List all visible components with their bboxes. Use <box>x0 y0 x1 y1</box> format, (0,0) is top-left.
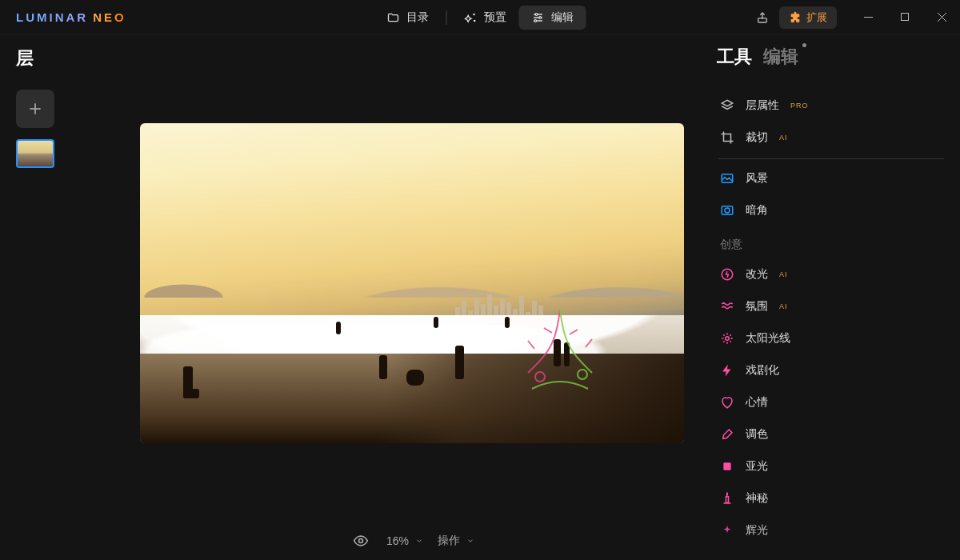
tab-tools[interactable]: 工具 <box>717 45 752 69</box>
nav-presets[interactable]: 预置 <box>452 6 519 30</box>
zoom-dropdown[interactable]: 16% <box>386 534 423 547</box>
folder-icon <box>387 11 400 24</box>
pro-badge: PRO <box>790 102 809 110</box>
ai-badge: AI <box>779 302 788 310</box>
tool-matte[interactable]: 亚光 <box>717 450 946 482</box>
tool-label: 亚光 <box>746 459 768 474</box>
tool-label: 暗角 <box>746 203 768 218</box>
toggle-preview-button[interactable] <box>350 530 372 552</box>
tool-mystical[interactable]: 神秘 <box>717 482 946 514</box>
svg-point-1 <box>474 20 475 21</box>
svg-point-7 <box>534 19 537 22</box>
image-icon <box>720 171 734 186</box>
flash-icon <box>720 267 734 282</box>
add-layer-button[interactable] <box>16 90 54 128</box>
svg-rect-23 <box>723 462 730 470</box>
tool-atmosphere[interactable]: 氛围 AI <box>717 290 946 322</box>
close-button[interactable] <box>923 4 960 31</box>
chevron-down-icon <box>466 537 474 545</box>
tool-dramatic[interactable]: 戏剧化 <box>717 354 946 386</box>
minimize-button[interactable] <box>850 4 886 31</box>
right-panel: 工具 编辑 层属性 PRO 裁切 AI 风景 暗角 <box>704 35 960 560</box>
close-icon <box>938 13 946 22</box>
tool-label: 风景 <box>746 171 768 186</box>
layers-title: 层 <box>16 46 120 70</box>
main-area: 层 <box>0 35 960 560</box>
svg-rect-10 <box>901 14 908 21</box>
tool-label: 戏剧化 <box>746 363 779 378</box>
title-bar: LUMINAR NEO 目录 预置 编辑 扩展 <box>0 0 960 35</box>
extensions-label: 扩展 <box>806 10 827 25</box>
tool-label: 心情 <box>746 395 768 410</box>
ai-badge: AI <box>779 134 788 142</box>
layers-panel: 层 <box>0 35 120 560</box>
extensions-button[interactable]: 扩展 <box>779 6 837 29</box>
tab-edits-label: 编辑 <box>763 46 798 66</box>
svg-point-20 <box>725 208 730 213</box>
brand-word-1: LUMINAR <box>16 10 88 24</box>
svg-point-22 <box>726 337 730 341</box>
tool-label: 太阳光线 <box>746 331 790 346</box>
share-icon <box>756 11 769 24</box>
sparkle-icon <box>720 523 734 538</box>
vignette-icon <box>720 203 734 218</box>
tool-label: 裁切 <box>746 130 768 145</box>
tool-label: 层属性 <box>746 98 779 113</box>
eye-icon <box>353 533 369 549</box>
svg-rect-24 <box>726 497 729 503</box>
candle-icon <box>720 491 734 506</box>
tool-relight[interactable]: 改光 AI <box>717 258 946 290</box>
image-canvas[interactable] <box>140 123 684 443</box>
tool-label: 辉光 <box>746 523 768 538</box>
nav-catalog[interactable]: 目录 <box>374 6 442 30</box>
nav-presets-label: 预置 <box>484 10 506 25</box>
waves-icon <box>720 299 734 314</box>
sliders-icon <box>532 11 545 24</box>
edits-indicator-dot <box>802 43 806 47</box>
tab-edits[interactable]: 编辑 <box>763 45 798 69</box>
canvas-footer: 16% 操作 <box>350 530 474 552</box>
tool-crop[interactable]: 裁切 AI <box>717 122 946 154</box>
tool-label: 改光 <box>746 267 768 282</box>
svg-point-17 <box>358 539 362 543</box>
maximize-button[interactable] <box>886 4 923 31</box>
top-navigation: 目录 预置 编辑 <box>374 6 586 30</box>
tool-toning[interactable]: 调色 <box>717 418 946 450</box>
svg-point-6 <box>539 16 542 18</box>
puzzle-icon <box>789 11 802 24</box>
nav-edit[interactable]: 编辑 <box>519 6 586 30</box>
tools-list: 层属性 PRO 裁切 AI 风景 暗角 创意 改光 AI <box>712 90 946 546</box>
tool-layer-properties[interactable]: 层属性 PRO <box>717 90 946 122</box>
tool-mood[interactable]: 心情 <box>717 386 946 418</box>
zoom-value: 16% <box>386 534 409 547</box>
actions-label: 操作 <box>438 534 460 548</box>
crop-icon <box>720 130 734 145</box>
brush-icon <box>720 427 734 442</box>
minimize-icon <box>864 13 873 22</box>
tool-glow[interactable]: 辉光 <box>717 514 946 546</box>
layers-icon <box>720 98 734 113</box>
chevron-down-icon <box>415 537 423 545</box>
svg-point-5 <box>535 13 538 15</box>
tool-sunrays[interactable]: 太阳光线 <box>717 322 946 354</box>
tool-label: 神秘 <box>746 491 768 506</box>
heart-icon <box>720 395 734 410</box>
actions-dropdown[interactable]: 操作 <box>438 534 474 548</box>
tool-landscape[interactable]: 风景 <box>717 162 946 194</box>
tool-separator <box>718 158 944 159</box>
plus-icon <box>27 101 43 117</box>
titlebar-right: 扩展 <box>749 4 960 31</box>
sparkle-icon <box>465 11 478 24</box>
svg-point-0 <box>474 14 474 14</box>
square-icon <box>720 459 734 474</box>
brand-word-2: NEO <box>93 10 126 24</box>
section-creative: 创意 <box>717 226 946 258</box>
layer-thumbnail[interactable] <box>16 139 54 168</box>
tool-label: 氛围 <box>746 299 768 314</box>
tool-vignette[interactable]: 暗角 <box>717 194 946 226</box>
nav-separator <box>446 10 447 25</box>
nav-catalog-label: 目录 <box>406 10 429 25</box>
bolt-icon <box>720 363 734 378</box>
share-button[interactable] <box>749 4 776 31</box>
nav-edit-label: 编辑 <box>551 10 574 25</box>
